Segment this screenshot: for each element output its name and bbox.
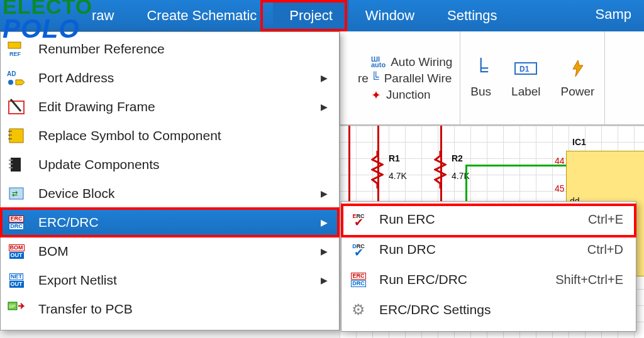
power-label: Power (561, 85, 595, 99)
drawing-frame-icon (6, 96, 27, 117)
svg-text:D1: D1 (519, 65, 530, 74)
menu-item-bom[interactable]: BOM OUT BOM ▶ (1, 237, 339, 266)
bus-button[interactable]: ╘ Bus (460, 36, 501, 119)
netlist-icon: NET OUT (6, 270, 27, 291)
port-address-icon: AD (6, 67, 27, 89)
menu-item-transfer-to-pcb-label: Transfer to PCB (38, 302, 328, 317)
menu-item-update-components-label: Update Components (38, 157, 328, 172)
submenu-item-erc-drc-settings[interactable]: ⚙ ERC/DRC Settings (341, 295, 636, 325)
menubar-sample-label: Samp (596, 6, 631, 22)
menu-item-bom-label: BOM (38, 244, 309, 259)
pin-44: 44 (555, 156, 565, 166)
submenu-item-run-erc-drc[interactable]: ERC DRC Run ERC/DRC Shift+Ctrl+E (341, 264, 636, 295)
submenu-arrow-icon: ▶ (321, 217, 328, 227)
submenu-item-run-drc-label: Run DRC (379, 242, 577, 257)
menu-item-renumber-reference[interactable]: REF Renumber Reference (1, 35, 339, 63)
submenu-item-run-erc-shortcut: Ctrl+E (588, 212, 623, 227)
menu-item-edit-drawing-frame[interactable]: Edit Drawing Frame ▶ (1, 92, 339, 121)
junction-button[interactable]: ✦ Junction (371, 88, 452, 102)
ref-r1: R1 (389, 153, 400, 163)
erc-check-icon: ERC ✔ (348, 209, 369, 230)
pin-45: 45 (555, 183, 565, 194)
menubar-item-window[interactable]: Window (349, 0, 431, 31)
menu-item-export-netlist-label: Export Netlist (38, 273, 309, 288)
submenu-arrow-icon: ▶ (321, 275, 328, 285)
menu-item-port-address-label: Port Address (38, 70, 309, 85)
label-icon: D1 (513, 58, 538, 81)
menubar-item-project-label: Project (289, 8, 332, 24)
menubar-item-window-label: Window (365, 8, 414, 24)
erc-drc-icon: ERC DRC (6, 212, 27, 233)
menubar-sample[interactable]: Samp (583, 0, 644, 31)
junction-label: Junction (386, 88, 431, 102)
ribbon-group-wiring: re ШIauto Auto Wiring ╚ Parallel Wire ✦ … (340, 31, 460, 124)
erc-drc-box-icon: ERC DRC (348, 269, 369, 290)
menubar-item-raw[interactable]: raw (75, 0, 130, 31)
menu-item-transfer-to-pcb[interactable]: SP Transfer to PCB (1, 295, 339, 324)
submenu-item-run-erc-label: Run ERC (379, 212, 578, 227)
menubar: raw Create Schematic Project Window Sett… (0, 0, 644, 31)
bus-label: Bus (470, 85, 491, 99)
menubar-item-settings-label: Settings (447, 8, 497, 24)
parallel-wire-label: Parallel Wire (384, 72, 452, 85)
ref-r2: R2 (452, 153, 463, 163)
gear-icon: ⚙ (348, 299, 369, 320)
submenu-arrow-icon: ▶ (321, 246, 328, 256)
svg-point-5 (8, 80, 13, 85)
menubar-item-create-schematic-label: Create Schematic (147, 8, 257, 24)
menu-item-update-components[interactable]: Update Components (1, 150, 339, 179)
menu-item-port-address[interactable]: AD Port Address ▶ (1, 63, 339, 92)
menubar-item-project[interactable]: Project (273, 0, 348, 31)
to-pcb-icon: SP (6, 298, 27, 320)
menu-item-erc-drc[interactable]: ERC DRC ERC/DRC ▶ (1, 208, 339, 237)
label-label: Label (511, 85, 541, 99)
update-components-icon (6, 154, 27, 175)
ribbon-wire-partial: re (358, 72, 369, 85)
ribbon-group-bus: ╘ Bus D1 Label Power (460, 31, 605, 124)
ref-ic1: IC1 (572, 137, 586, 147)
submenu-item-run-erc-drc-label: Run ERC/DRC (379, 272, 545, 287)
parallel-wire-icon: ╚ (371, 72, 379, 85)
renumber-icon: REF (6, 38, 27, 60)
submenu-arrow-icon: ▶ (321, 188, 328, 199)
submenu-arrow-icon: ▶ (321, 102, 328, 112)
submenu-item-run-drc-shortcut: Ctrl+D (587, 243, 623, 257)
submenu-arrow-icon: ▶ (321, 73, 328, 83)
menu-item-edit-drawing-frame-label: Edit Drawing Frame (38, 99, 309, 114)
svg-text:⇄: ⇄ (12, 190, 18, 197)
auto-wiring-label: Auto Wiring (391, 55, 452, 69)
erc-drc-submenu: ERC ✔ Run ERC Ctrl+E DRC ✔ Run DRC Ctrl+… (341, 201, 636, 332)
submenu-item-erc-drc-settings-label: ERC/DRC Settings (379, 302, 613, 317)
submenu-item-run-erc[interactable]: ERC ✔ Run ERC Ctrl+E (341, 204, 636, 234)
menu-item-replace-symbol-label: Replace Symbol to Component (38, 128, 328, 143)
submenu-item-run-erc-drc-shortcut: Shift+Ctrl+E (555, 273, 623, 287)
power-icon (568, 58, 588, 81)
drc-check-icon: DRC ✔ (348, 239, 369, 260)
svg-rect-2 (8, 42, 21, 48)
val-r1: 4.7K (389, 171, 407, 181)
svg-rect-8 (9, 129, 23, 143)
menu-item-renumber-reference-label: Renumber Reference (38, 41, 328, 57)
power-button[interactable]: Power (551, 36, 605, 119)
junction-icon: ✦ (371, 88, 381, 102)
label-button[interactable]: D1 Label (501, 36, 551, 119)
auto-wiring-button[interactable]: ШIauto Auto Wiring (371, 55, 452, 69)
replace-symbol-icon (6, 125, 27, 146)
svg-text:AD: AD (7, 70, 16, 77)
menubar-item-settings[interactable]: Settings (431, 0, 514, 31)
menubar-item-create-schematic[interactable]: Create Schematic (130, 0, 273, 31)
device-block-icon: ⇄ (6, 183, 27, 204)
bus-icon: ╘ (474, 58, 488, 81)
bom-icon: BOM OUT (6, 241, 27, 262)
menubar-item-raw-label: raw (92, 8, 114, 24)
menu-item-device-block[interactable]: ⇄ Device Block ▶ (1, 179, 339, 208)
menu-item-erc-drc-label: ERC/DRC (38, 215, 309, 230)
submenu-item-run-drc[interactable]: DRC ✔ Run DRC Ctrl+D (341, 234, 636, 264)
menu-item-replace-symbol[interactable]: Replace Symbol to Component (1, 121, 339, 150)
menu-item-export-netlist[interactable]: NET OUT Export Netlist ▶ (1, 266, 339, 295)
parallel-wire-button[interactable]: ╚ Parallel Wire (371, 72, 452, 85)
project-menu: REF Renumber Reference AD Port Address ▶… (0, 31, 340, 330)
svg-text:SP: SP (9, 303, 16, 309)
svg-text:REF: REF (9, 51, 21, 57)
menu-item-device-block-label: Device Block (38, 186, 309, 201)
